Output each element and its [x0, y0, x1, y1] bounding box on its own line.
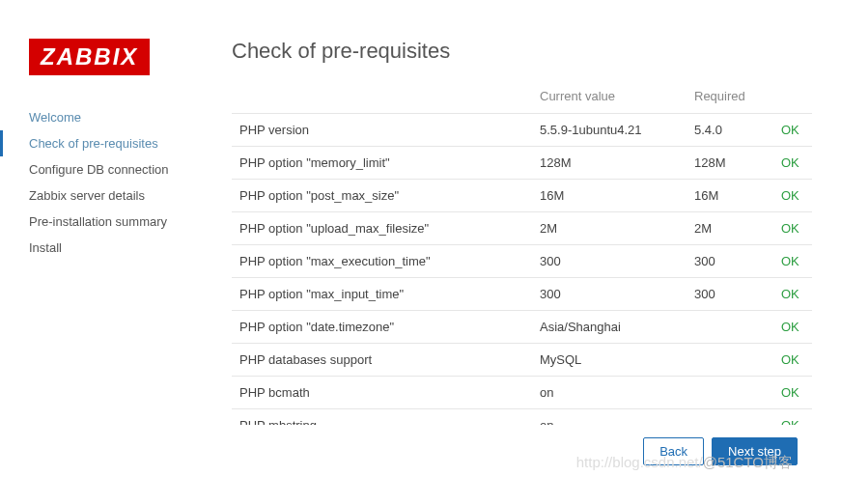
- nav-steps: WelcomeCheck of pre-requisitesConfigure …: [29, 104, 232, 261]
- next-button[interactable]: Next step: [712, 437, 798, 465]
- req-name: PHP option "post_max_size": [232, 180, 532, 212]
- col-required: Required: [687, 83, 773, 114]
- req-status: OK: [773, 180, 812, 212]
- requisites-table: Current value Required PHP version5.5.9-…: [232, 83, 812, 425]
- table-row: PHP option "post_max_size"16M16MOK: [232, 180, 812, 212]
- req-status: OK: [773, 114, 812, 147]
- req-name: PHP option "upload_max_filesize": [232, 212, 532, 245]
- req-name: PHP option "max_input_time": [232, 278, 532, 311]
- req-status: OK: [773, 278, 812, 311]
- req-status: OK: [773, 377, 812, 409]
- req-status: OK: [773, 147, 812, 180]
- table-row: PHP mbstringonOK: [232, 409, 812, 426]
- requisites-table-scroll[interactable]: Current value Required PHP version5.5.9-…: [232, 83, 812, 425]
- nav-step-0[interactable]: Welcome: [29, 104, 232, 130]
- req-current: Asia/Shanghai: [532, 311, 687, 344]
- req-status: OK: [773, 344, 812, 377]
- back-button[interactable]: Back: [643, 437, 704, 465]
- table-row: PHP option "upload_max_filesize"2M2MOK: [232, 212, 812, 245]
- req-required: [687, 409, 773, 426]
- table-row: PHP databases supportMySQLOK: [232, 344, 812, 377]
- req-required: 2M: [687, 212, 773, 245]
- req-current: 300: [532, 278, 687, 311]
- req-name: PHP option "memory_limit": [232, 147, 532, 180]
- nav-step-4[interactable]: Pre-installation summary: [29, 209, 232, 235]
- req-name: PHP bcmath: [232, 377, 532, 409]
- nav-step-2[interactable]: Configure DB connection: [29, 156, 232, 182]
- req-current: 128M: [532, 147, 687, 180]
- col-current: Current value: [532, 83, 687, 114]
- table-row: PHP version5.5.9-1ubuntu4.215.4.0OK: [232, 114, 812, 147]
- table-row: PHP option "max_input_time"300300OK: [232, 278, 812, 311]
- req-required: 300: [687, 245, 773, 278]
- req-current: on: [532, 409, 687, 426]
- req-required: 5.4.0: [687, 114, 773, 147]
- req-status: OK: [773, 212, 812, 245]
- nav-step-5[interactable]: Install: [29, 235, 232, 261]
- req-current: 2M: [532, 212, 687, 245]
- req-name: PHP mbstring: [232, 409, 532, 426]
- req-current: 16M: [532, 180, 687, 212]
- req-status: OK: [773, 409, 812, 426]
- req-name: PHP version: [232, 114, 532, 147]
- table-row: PHP option "max_execution_time"300300OK: [232, 245, 812, 278]
- footer-buttons: Back Next step: [643, 437, 798, 465]
- col-name: [232, 83, 532, 114]
- table-row: PHP option "date.timezone"Asia/ShanghaiO…: [232, 311, 812, 344]
- req-required: [687, 311, 773, 344]
- req-required: 16M: [687, 180, 773, 212]
- page-title: Check of pre-requisites: [232, 39, 812, 64]
- req-required: [687, 377, 773, 409]
- req-status: OK: [773, 311, 812, 344]
- req-required: 300: [687, 278, 773, 311]
- logo: ZABBIX: [29, 39, 150, 75]
- sidebar: ZABBIX WelcomeCheck of pre-requisitesCon…: [29, 39, 232, 425]
- table-row: PHP bcmathonOK: [232, 377, 812, 409]
- req-current: 300: [532, 245, 687, 278]
- req-current: 5.5.9-1ubuntu4.21: [532, 114, 687, 147]
- main-panel: Check of pre-requisites Current value Re…: [232, 39, 812, 425]
- req-required: 128M: [687, 147, 773, 180]
- req-current: on: [532, 377, 687, 409]
- req-name: PHP option "max_execution_time": [232, 245, 532, 278]
- nav-step-1[interactable]: Check of pre-requisites: [29, 130, 232, 156]
- col-status: [773, 83, 812, 114]
- table-row: PHP option "memory_limit"128M128MOK: [232, 147, 812, 180]
- req-required: [687, 344, 773, 377]
- req-status: OK: [773, 245, 812, 278]
- req-name: PHP databases support: [232, 344, 532, 377]
- req-name: PHP option "date.timezone": [232, 311, 532, 344]
- req-current: MySQL: [532, 344, 687, 377]
- nav-step-3[interactable]: Zabbix server details: [29, 182, 232, 209]
